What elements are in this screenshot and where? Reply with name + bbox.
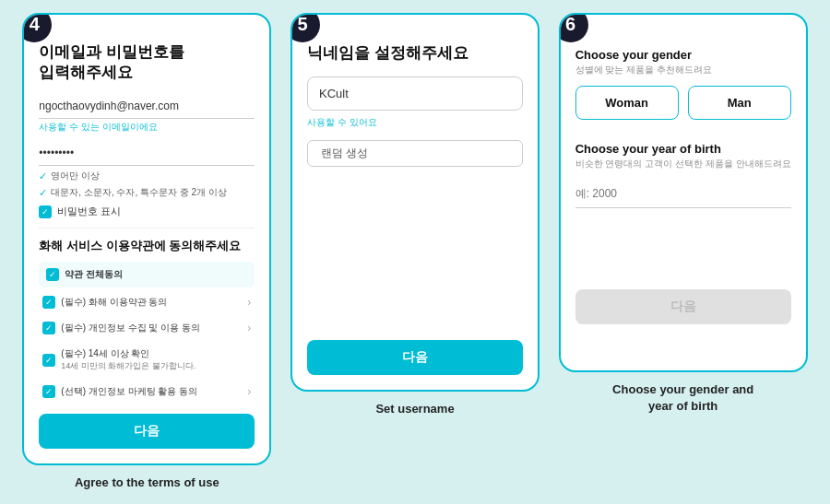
terms-label-2-group: (필수) 14세 이상 확인 14세 미만의 화해가입은 불가합니다. — [61, 347, 251, 372]
terms-arrow-0: › — [247, 296, 251, 309]
random-btn[interactable]: 랜덤 생성 — [307, 140, 523, 167]
show-password-checkbox[interactable]: ✓ — [39, 205, 52, 218]
terms-checkbox-1[interactable]: ✓ — [42, 322, 55, 334]
step4-card: 4 이메일과 비밀번호를 입력해주세요 사용할 수 있는 이메일이에요 ✓ 영어… — [22, 13, 271, 465]
step4-title: 이메일과 비밀번호를 입력해주세요 — [39, 42, 255, 83]
step6-label: Choose your gender and year of birth — [612, 381, 753, 415]
step5-next-btn[interactable]: 다음 — [307, 340, 523, 375]
step5-badge: 5 — [290, 13, 320, 42]
step6-wrapper: 6 Choose your gender 성별에 맞는 제품을 추천해드려요 W… — [554, 13, 812, 415]
gender-man-btn[interactable]: Man — [688, 86, 791, 120]
step6-badge: 6 — [559, 13, 588, 42]
main-container: 4 이메일과 비밀번호를 입력해주세요 사용할 수 있는 이메일이에요 ✓ 영어… — [0, 0, 830, 504]
step6-next-btn[interactable]: 다음 — [575, 289, 791, 324]
terms-label-1: (필수) 개인정보 수집 및 이용 동의 — [61, 322, 242, 334]
step4-wrapper: 4 이메일과 비밀번호를 입력해주세요 사용할 수 있는 이메일이에요 ✓ 영어… — [18, 13, 276, 491]
show-password-label: 비밀번호 표시 — [57, 205, 121, 218]
terms-all-checkbox[interactable]: ✓ — [46, 268, 59, 281]
terms-row-0[interactable]: ✓ (필수) 화해 이용약관 동의 › — [39, 291, 255, 313]
terms-label-2: (필수) 14세 이상 확인 — [61, 347, 251, 360]
terms-label-0: (필수) 화해 이용약관 동의 — [61, 296, 242, 309]
step5-wrapper: 5 닉네임을 설정해주세요 사용할 수 있어요 랜덤 생성 다음 Set use… — [287, 13, 544, 417]
validation-text1: 영어만 이상 — [51, 170, 100, 182]
gender-woman-btn[interactable]: Woman — [575, 86, 679, 120]
step5-label: Set username — [375, 401, 454, 417]
validation-row2: ✓ 대문자, 소문자, 수자, 특수문자 중 2개 이상 — [39, 186, 255, 199]
step4-label: Agree to the terms of use — [75, 475, 219, 491]
gender-row: Woman Man — [575, 86, 791, 120]
terms-checkbox-3[interactable]: ✓ — [42, 385, 55, 398]
email-input[interactable] — [39, 94, 255, 119]
terms-row-3[interactable]: ✓ (선택) 개인정보 마케팅 활용 동의 › — [39, 381, 255, 403]
check-icon-2: ✓ — [39, 187, 47, 199]
validation-row1: ✓ 영어만 이상 — [39, 170, 255, 182]
step4-next-btn[interactable]: 다음 — [39, 414, 255, 449]
terms-arrow-3: › — [247, 385, 251, 398]
terms-checkbox-0[interactable]: ✓ — [42, 296, 55, 309]
terms-arrow-1: › — [247, 322, 251, 334]
step5-card: 5 닉네임을 설정해주세요 사용할 수 있어요 랜덤 생성 다음 — [290, 13, 540, 392]
birth-section-sub: 비슷한 연령대의 고객이 선택한 제품을 안내해드려요 — [575, 158, 791, 170]
terms-section-title: 화해 서비스 이용약관에 동의해주세요 — [39, 238, 255, 254]
terms-label-3: (선택) 개인정보 마케팅 활용 동의 — [61, 385, 242, 398]
step4-badge: 4 — [22, 13, 52, 42]
check-icon-1: ✓ — [39, 170, 47, 182]
divider — [39, 228, 255, 229]
username-hint: 사용할 수 있어요 — [307, 116, 523, 129]
terms-all-label: 약관 전체동의 — [65, 268, 247, 281]
step5-title: 닉네임을 설정해주세요 — [307, 42, 523, 64]
gender-section-title: Choose your gender — [575, 48, 791, 62]
username-input[interactable] — [307, 76, 523, 111]
validation-text2: 대문자, 소문자, 수자, 특수문자 중 2개 이상 — [51, 186, 227, 199]
email-group: 사용할 수 있는 이메일이에요 — [39, 94, 255, 134]
gender-section-sub: 성별에 맞는 제품을 추천해드려요 — [575, 64, 791, 76]
terms-sub-2: 14세 미만의 화해가입은 불가합니다. — [61, 360, 251, 372]
email-hint: 사용할 수 있는 이메일이에요 — [39, 121, 255, 134]
password-group: ✓ 영어만 이상 ✓ 대문자, 소문자, 수자, 특수문자 중 2개 이상 ✓ … — [39, 141, 255, 218]
birth-section-title: Choose your year of birth — [575, 142, 791, 156]
terms-row-1[interactable]: ✓ (필수) 개인정보 수집 및 이용 동의 › — [39, 317, 255, 339]
year-input[interactable] — [575, 180, 791, 208]
step6-card: 6 Choose your gender 성별에 맞는 제품을 추천해드려요 W… — [559, 13, 808, 372]
terms-all-row[interactable]: ✓ 약관 전체동의 — [39, 262, 255, 287]
show-password-row: ✓ 비밀번호 표시 — [39, 205, 255, 218]
terms-row-2[interactable]: ✓ (필수) 14세 이상 확인 14세 미만의 화해가입은 불가합니다. — [39, 343, 255, 377]
step5-spacer — [307, 167, 523, 333]
terms-checkbox-2[interactable]: ✓ — [42, 354, 55, 367]
password-input[interactable] — [39, 141, 255, 166]
